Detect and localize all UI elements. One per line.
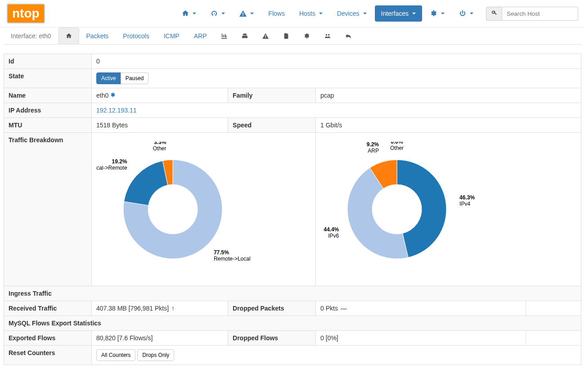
tab-home[interactable] <box>58 27 79 44</box>
dropped-pkts-label: Dropped Packets <box>228 301 316 316</box>
interface-details-table: Id 0 State Active Paused Name eth0 Famil… <box>4 54 581 365</box>
svg-text:46.3%: 46.3% <box>459 194 475 201</box>
nav-power[interactable] <box>453 5 480 22</box>
tab-arp[interactable]: ARP <box>187 27 214 44</box>
tab-gear-icon[interactable] <box>297 27 317 44</box>
state-label: State <box>4 69 92 88</box>
dash-icon <box>340 305 347 312</box>
svg-text:Other: Other <box>390 145 404 151</box>
svg-point-0 <box>326 34 328 36</box>
tab-protocols[interactable]: Protocols <box>116 27 156 44</box>
received-value: 407.38 MB [796,981 Pkts] <box>96 305 169 312</box>
dropped-pkts-value: 0 Pkts <box>320 305 338 312</box>
id-value: 0 <box>92 54 581 69</box>
nav-devices-label: Devices <box>337 10 360 17</box>
exported-value: 80,820 [7.6 Flows/s] <box>92 331 228 346</box>
interface-name-tab: Interface: eth0 <box>4 27 58 44</box>
tab-storage-icon[interactable] <box>234 27 255 44</box>
nav-flows[interactable]: Flows <box>262 5 291 22</box>
received-label: Received Traffic <box>4 301 92 316</box>
speed-label: Speed <box>228 118 316 133</box>
name-settings-icon[interactable] <box>110 92 116 99</box>
ip-value[interactable]: 192.12.193.11 <box>96 107 137 114</box>
family-value: pcap <box>316 88 581 103</box>
top-navbar: ntop Flows Hosts Devices Interfaces <box>0 0 585 27</box>
nav-hosts-label: Hosts <box>299 10 315 17</box>
search-button[interactable] <box>486 7 502 21</box>
reset-label: Reset Counters <box>4 346 92 365</box>
nav-alerts[interactable] <box>233 5 260 22</box>
speed-value: 1 Gbit/s <box>316 118 581 133</box>
svg-text:0.0%: 0.0% <box>391 142 403 145</box>
mtu-value: 1518 Bytes <box>92 118 228 133</box>
interface-tabs: Interface: eth0 Packets Protocols ICMP A… <box>4 27 581 45</box>
dropped-flows-label: Dropped Flows <box>228 331 316 346</box>
svg-text:19.2%: 19.2% <box>112 158 127 165</box>
ip-label: IP Address <box>4 103 92 118</box>
nav-home[interactable] <box>176 5 202 22</box>
nav-devices[interactable]: Devices <box>331 5 373 22</box>
svg-point-1 <box>328 34 330 36</box>
brand-logo[interactable]: ntop <box>7 4 45 23</box>
svg-text:Other: Other <box>153 145 166 152</box>
search-input[interactable] <box>502 7 578 21</box>
tab-chart-icon[interactable] <box>214 27 234 44</box>
name-label: Name <box>4 88 92 103</box>
svg-text:9.2%: 9.2% <box>367 142 379 148</box>
svg-text:Local->Remote: Local->Remote <box>96 165 127 171</box>
tab-file-icon[interactable] <box>276 27 297 44</box>
tab-back-icon[interactable] <box>338 27 359 44</box>
nav-settings[interactable] <box>424 5 451 22</box>
tab-icmp[interactable]: ICMP <box>157 27 187 44</box>
nav-hosts[interactable]: Hosts <box>293 5 329 22</box>
reset-all-button[interactable]: All Counters <box>96 349 135 361</box>
traffic-direction-donut: 77.5%Remote->Local19.2%Local->Remote3.3%… <box>92 133 316 286</box>
svg-text:IPv4: IPv4 <box>459 201 470 207</box>
nav-interfaces[interactable]: Interfaces <box>375 5 422 22</box>
up-arrow-icon <box>171 305 175 312</box>
reset-drops-button[interactable]: Drops Only <box>137 349 174 361</box>
family-label: Family <box>228 88 316 103</box>
nav-dashboard[interactable] <box>204 5 231 22</box>
protocol-family-donut: 46.3%IPv444.4%IPv69.2%ARP0.0%Other <box>316 133 581 286</box>
id-label: Id <box>4 54 92 69</box>
svg-text:3.3%: 3.3% <box>154 142 166 145</box>
nav-interfaces-label: Interfaces <box>381 10 409 17</box>
dropped-flows-value: 0 [0%] <box>316 331 526 346</box>
svg-text:Remote->Local: Remote->Local <box>214 256 251 262</box>
name-value: eth0 <box>96 92 108 99</box>
svg-text:ARP: ARP <box>368 148 379 154</box>
svg-text:IPv6: IPv6 <box>328 233 339 239</box>
mysql-header: MySQL Flows Export Statistics <box>4 316 581 331</box>
svg-text:44.4%: 44.4% <box>324 226 339 233</box>
state-paused-button[interactable]: Paused <box>121 72 149 84</box>
ingress-header: Ingress Traffic <box>4 286 581 301</box>
mtu-label: MTU <box>4 118 92 133</box>
tab-users-icon[interactable] <box>317 27 338 44</box>
traffic-breakdown-label: Traffic Breakdown <box>4 133 92 286</box>
tab-packets[interactable]: Packets <box>79 27 116 44</box>
state-active-button[interactable]: Active <box>96 72 121 84</box>
tab-warning-icon[interactable] <box>255 27 276 44</box>
svg-text:77.5%: 77.5% <box>214 249 229 256</box>
exported-label: Exported Flows <box>4 331 92 346</box>
